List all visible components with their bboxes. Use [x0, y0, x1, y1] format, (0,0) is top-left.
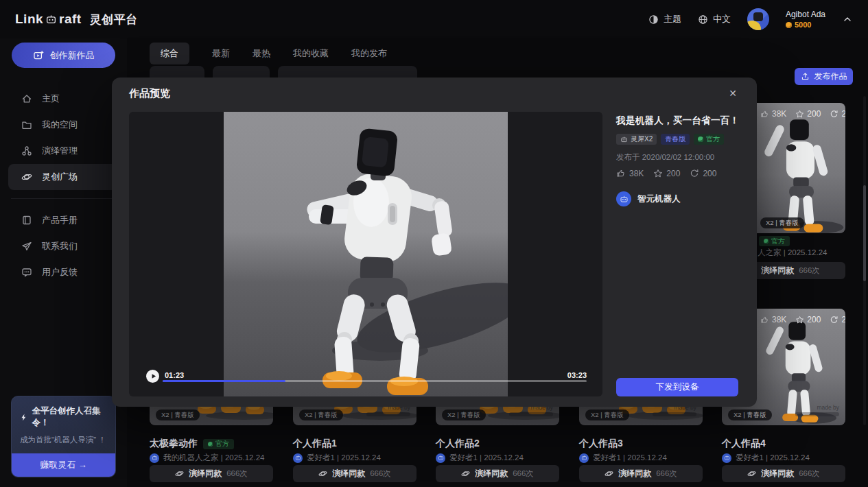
star-icon	[653, 169, 663, 178]
card-image-badge: X2 | 青春版	[299, 409, 343, 420]
planet-icon	[318, 469, 327, 478]
work-info-panel: 我是机器人，买一台省一百！ 灵犀X2 青春版 官方 发布于 2020/02/02…	[616, 115, 738, 206]
tab-my-favorites[interactable]: 我的收藏	[293, 47, 329, 60]
edition-badge: 青春版	[661, 134, 690, 145]
tab-newest[interactable]: 最新	[212, 47, 230, 60]
creator-row[interactable]: 智元机器人	[616, 191, 738, 206]
made-by-watermark: made by	[795, 404, 839, 416]
scrollbar-thumb[interactable]	[863, 185, 866, 281]
chevron-up-icon[interactable]	[842, 14, 853, 25]
author-avatar	[436, 453, 445, 463]
user-avatar[interactable]	[747, 8, 769, 30]
card-title: 个人作品3	[579, 438, 623, 450]
send-to-device-button[interactable]: 下发到设备	[616, 378, 738, 396]
current-time: 01:23	[165, 371, 184, 379]
share-icon	[830, 110, 838, 119]
theme-icon	[648, 14, 659, 25]
sidebar-item-user-feedback[interactable]: 用户反馈	[8, 259, 119, 285]
author-avatar	[579, 453, 589, 463]
sidebar-item-performance-management[interactable]: 演绎管理	[8, 138, 119, 164]
robot-face-icon	[620, 195, 629, 204]
official-badge: 官方	[759, 236, 790, 246]
top-navbar: Link raft 灵创平台 主题 中文 Agibot Ada 5000	[0, 0, 868, 38]
creator-name: 智元机器人	[637, 193, 681, 205]
thumbs-up-icon	[760, 316, 769, 324]
official-dot-icon	[698, 136, 703, 142]
work-title: 我是机器人，买一台省一百！	[616, 115, 738, 127]
card-image-stats: 38K 200 200	[760, 315, 845, 324]
publish-date: 发布于 2020/02/02 12:00:00	[616, 152, 738, 163]
thumbs-up-icon	[760, 110, 769, 119]
tab-my-publications[interactable]: 我的发布	[351, 47, 387, 60]
language-label: 中文	[713, 13, 731, 25]
star-icon	[795, 110, 804, 119]
sidebar-item-home[interactable]: 主页	[8, 86, 119, 112]
coin-icon	[786, 22, 792, 28]
thumbs-up-icon	[616, 169, 626, 178]
sidebar: 创作新作品 主页 我的空间 演绎管理 灵创广场 产品手册	[0, 38, 127, 487]
create-work-button[interactable]: 创作新作品	[12, 43, 115, 68]
card-image-badge: X2 | 青春版	[585, 409, 629, 420]
share-icon	[690, 169, 699, 178]
tab-comprehensive[interactable]: 综合	[150, 43, 189, 64]
create-video-icon	[33, 50, 44, 61]
perform-same-button[interactable]: 演绎同款666次	[150, 465, 273, 482]
card-image-badge: X2 | 青春版	[156, 409, 200, 420]
card-image-badge: X2 | 青春版	[728, 409, 772, 420]
sidebar-divider	[11, 198, 116, 199]
video-player[interactable]: 01:23 03:23	[129, 112, 602, 396]
planet-icon	[461, 469, 470, 478]
card-author: 爱好者1 | 2025.12.24	[436, 453, 524, 463]
earn-gems-button[interactable]: 赚取灵石 →	[12, 453, 115, 477]
bolt-icon	[20, 413, 27, 422]
perform-same-button[interactable]: 演绎同款666次	[579, 465, 703, 482]
official-dot-icon	[764, 239, 769, 244]
platform-name: 灵创平台	[90, 12, 138, 27]
close-icon[interactable]: ✕	[726, 86, 740, 100]
perform-same-button[interactable]: 演绎同款666次	[436, 465, 559, 482]
card-image-badge: X2 | 青春版	[442, 409, 486, 420]
logo-text-pre: Link	[15, 12, 43, 27]
feedback-icon	[21, 267, 32, 278]
video-progress-fill	[163, 380, 285, 382]
card-author: 爱好者1 | 2025.12.24	[293, 453, 381, 463]
card-title: 个人作品2	[436, 438, 480, 450]
sidebar-item-my-space[interactable]: 我的空间	[8, 112, 119, 138]
theme-toggle[interactable]: 主题	[648, 13, 681, 25]
book-icon	[21, 215, 32, 226]
graph-icon	[21, 145, 32, 156]
send-icon	[21, 241, 32, 252]
language-switcher[interactable]: 中文	[698, 13, 731, 25]
perform-same-button[interactable]: 演绎同款666次	[722, 465, 845, 482]
sidebar-item-creation-plaza[interactable]: 灵创广场	[8, 164, 119, 190]
user-name: Agibot Ada	[786, 10, 825, 19]
author-avatar	[722, 453, 731, 463]
video-frame	[224, 112, 508, 396]
sidebar-item-product-manual[interactable]: 产品手册	[8, 207, 119, 233]
video-progress-bar[interactable]	[163, 380, 587, 382]
promo-subtitle: 成为首批“机器人导演” ！	[20, 435, 107, 445]
planet-icon	[747, 469, 756, 478]
perform-same-button[interactable]: 演绎同款666次	[293, 465, 417, 482]
theme-label: 主题	[664, 13, 681, 25]
user-info: Agibot Ada 5000	[786, 10, 825, 29]
card-author: 爱好者1 | 2025.12.24	[579, 453, 667, 463]
publish-work-button[interactable]: 发布作品	[795, 68, 853, 85]
tab-hottest[interactable]: 最热	[253, 47, 270, 60]
brand-logo[interactable]: Link raft 灵创平台	[15, 12, 138, 27]
planet-icon	[21, 171, 32, 182]
play-button[interactable]	[146, 370, 159, 383]
card-author: 爱好者1 | 2025.12.24	[722, 453, 810, 463]
scrollbar-track	[863, 96, 866, 425]
card-author: 我的机器人之家 | 2025.12.24	[150, 453, 264, 463]
card-image-stats: 38K 200 200	[760, 109, 845, 119]
author-avatar	[293, 453, 303, 463]
card-title: 个人作品4	[722, 438, 766, 450]
card-title: 太极拳动作	[150, 438, 198, 450]
star-icon	[795, 316, 804, 324]
play-icon	[150, 372, 157, 380]
sidebar-item-contact-us[interactable]: 联系我们	[8, 233, 119, 259]
sidebar-menu: 主页 我的空间 演绎管理 灵创广场 产品手册 联系我们	[0, 86, 127, 285]
app-window: Link raft 灵创平台 主题 中文 Agibot Ada 5000	[0, 0, 868, 487]
official-badge: 官方	[203, 439, 234, 449]
